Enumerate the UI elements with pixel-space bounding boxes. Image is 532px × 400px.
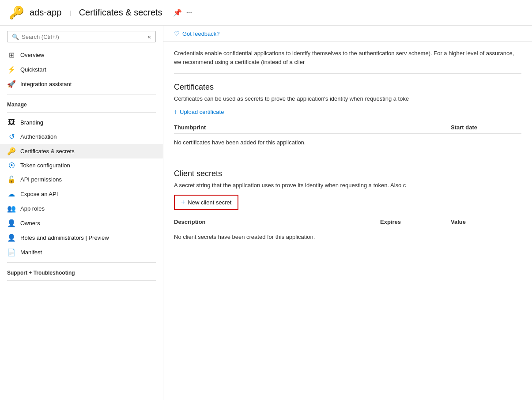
roles-icon: 👤 bbox=[7, 234, 16, 242]
sidebar-item-authentication[interactable]: ↺ Authentication bbox=[0, 129, 163, 144]
sidebar-item-label: Token configuration bbox=[20, 162, 70, 169]
col-description-header: Description bbox=[174, 219, 380, 225]
section-divider bbox=[174, 160, 521, 160]
authentication-icon: ↺ bbox=[7, 132, 16, 141]
no-certificates-text: No certificates have been added for this… bbox=[174, 134, 521, 151]
sidebar-item-label: Owners bbox=[20, 220, 40, 226]
col-value-header: Value bbox=[451, 219, 521, 225]
sidebar-item-branding[interactable]: 🖼 Branding bbox=[0, 115, 163, 129]
branding-icon: 🖼 bbox=[7, 118, 16, 126]
sidebar-divider-4 bbox=[7, 280, 156, 281]
sidebar-item-api-permissions[interactable]: 🔓 API permissions bbox=[0, 172, 163, 187]
sidebar-item-label: Quickstart bbox=[20, 66, 46, 73]
more-options-icon[interactable]: ··· bbox=[186, 9, 192, 17]
content-body: Credentials enable confidential applicat… bbox=[163, 42, 532, 253]
sidebar: 🔍 « ⊞ Overview ⚡ Quickstart 🚀 Integratio… bbox=[0, 26, 163, 400]
certificates-icon: 🔑 bbox=[7, 147, 16, 155]
feedback-bar[interactable]: ♡ Got feedback? bbox=[163, 26, 532, 42]
feedback-text: Got feedback? bbox=[182, 30, 220, 37]
secrets-table-header: Description Expires Value bbox=[174, 216, 521, 228]
integration-icon: 🚀 bbox=[7, 80, 16, 88]
intro-description: Credentials enable confidential applicat… bbox=[174, 49, 521, 74]
token-icon: ⦿ bbox=[7, 162, 16, 169]
sidebar-item-label: Overview bbox=[20, 52, 44, 58]
no-secrets-text: No client secrets have been created for … bbox=[174, 228, 521, 245]
new-client-secret-label: New client secret bbox=[188, 199, 231, 206]
header-separator: | bbox=[69, 9, 71, 16]
col-expires-header: Expires bbox=[380, 219, 451, 225]
sidebar-item-overview[interactable]: ⊞ Overview bbox=[0, 48, 163, 62]
sidebar-divider-3 bbox=[7, 262, 156, 263]
sidebar-item-label: API permissions bbox=[20, 176, 62, 183]
sidebar-divider-2 bbox=[7, 112, 156, 113]
sidebar-item-app-roles[interactable]: 👥 App roles bbox=[0, 201, 163, 216]
upload-certificate-button[interactable]: ↑ Upload certificate bbox=[174, 108, 224, 115]
api-permissions-icon: 🔓 bbox=[7, 175, 16, 184]
page-title: Certificates & secrets bbox=[79, 8, 162, 18]
quickstart-icon: ⚡ bbox=[7, 65, 16, 74]
overview-icon: ⊞ bbox=[7, 51, 16, 59]
client-secrets-section-title: Client secrets bbox=[174, 169, 521, 178]
sidebar-item-manifest[interactable]: 📄 Manifest bbox=[0, 245, 163, 260]
upload-certificate-label: Upload certificate bbox=[180, 109, 224, 115]
sidebar-item-label: Authentication bbox=[20, 133, 57, 140]
main-content: ♡ Got feedback? Credentials enable confi… bbox=[163, 26, 532, 400]
search-input[interactable] bbox=[22, 34, 145, 40]
sidebar-item-quickstart[interactable]: ⚡ Quickstart bbox=[0, 62, 163, 77]
expose-api-icon: ☁ bbox=[7, 190, 16, 198]
app-roles-icon: 👥 bbox=[7, 204, 16, 213]
collapse-sidebar-button[interactable]: « bbox=[147, 33, 151, 40]
sidebar-item-label: Certificates & secrets bbox=[20, 148, 75, 155]
manifest-icon: 📄 bbox=[7, 248, 16, 257]
manage-section-label: Manage bbox=[0, 97, 163, 109]
upload-icon: ↑ bbox=[174, 108, 177, 115]
sidebar-item-roles-administrators[interactable]: 👤 Roles and administrators | Preview bbox=[0, 230, 163, 245]
sidebar-item-label: Manifest bbox=[20, 249, 42, 256]
search-icon: 🔍 bbox=[12, 34, 19, 40]
certificates-table-header: Thumbprint Start date bbox=[174, 121, 521, 134]
certificates-description: Certificates can be used as secrets to p… bbox=[174, 95, 521, 102]
sidebar-item-integration-assistant[interactable]: 🚀 Integration assistant bbox=[0, 77, 163, 91]
header-actions: 📌 ··· bbox=[173, 8, 192, 17]
client-secrets-description: A secret string that the application use… bbox=[174, 182, 521, 189]
col-startdate-header: Start date bbox=[451, 124, 521, 131]
app-header: 🔑 ads-app | Certificates & secrets 📌 ··· bbox=[0, 0, 532, 26]
support-section-label: Support + Troubleshooting bbox=[0, 265, 163, 278]
sidebar-item-label: App roles bbox=[20, 205, 45, 212]
sidebar-item-token-configuration[interactable]: ⦿ Token configuration bbox=[0, 158, 163, 172]
sidebar-item-label: Integration assistant bbox=[20, 81, 72, 87]
certificates-section-title: Certificates bbox=[174, 83, 521, 92]
owners-icon: 👤 bbox=[7, 219, 16, 227]
new-client-secret-button[interactable]: + New client secret bbox=[174, 195, 238, 210]
sidebar-item-certificates-secrets[interactable]: 🔑 Certificates & secrets bbox=[0, 144, 163, 158]
sidebar-divider bbox=[7, 94, 156, 94]
sidebar-item-expose-api[interactable]: ☁ Expose an API bbox=[0, 187, 163, 201]
plus-icon: + bbox=[181, 198, 185, 206]
search-box[interactable]: 🔍 « bbox=[7, 31, 156, 42]
sidebar-item-owners[interactable]: 👤 Owners bbox=[0, 216, 163, 230]
app-name: ads-app bbox=[30, 8, 61, 18]
sidebar-item-label: Roles and administrators | Preview bbox=[20, 234, 109, 241]
pin-icon[interactable]: 📌 bbox=[173, 8, 182, 17]
sidebar-item-label: Branding bbox=[20, 119, 43, 126]
sidebar-item-label: Expose an API bbox=[20, 191, 58, 197]
col-thumbprint-header: Thumbprint bbox=[174, 124, 451, 131]
heart-icon: ♡ bbox=[174, 30, 180, 37]
app-icon: 🔑 bbox=[9, 5, 24, 20]
